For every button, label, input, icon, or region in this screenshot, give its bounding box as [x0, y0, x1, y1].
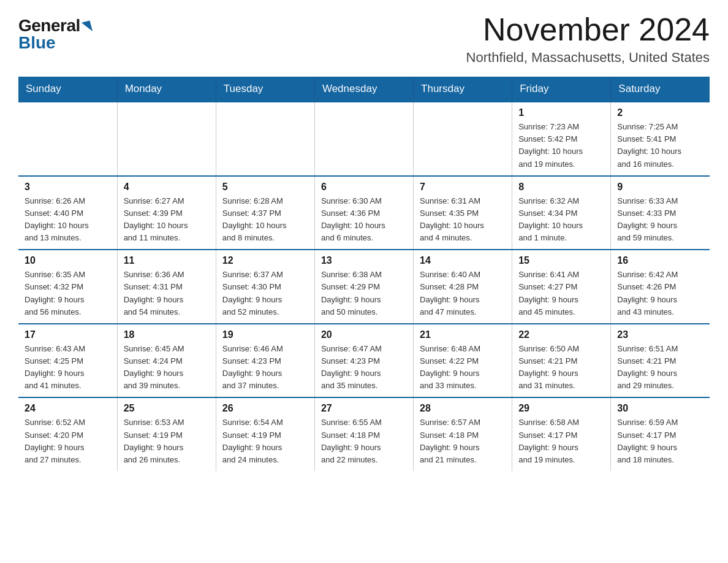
day-info: Sunrise: 6:37 AM Sunset: 4:30 PM Dayligh… — [222, 269, 308, 318]
day-info: Sunrise: 6:45 AM Sunset: 4:24 PM Dayligh… — [124, 343, 210, 393]
day-number: 12 — [222, 255, 308, 266]
day-number: 27 — [321, 403, 407, 414]
day-info: Sunrise: 6:28 AM Sunset: 4:37 PM Dayligh… — [222, 195, 308, 245]
day-number: 14 — [420, 255, 506, 266]
logo-triangle-icon — [82, 20, 93, 33]
day-info: Sunrise: 6:47 AM Sunset: 4:23 PM Dayligh… — [321, 343, 407, 393]
calendar-table: SundayMondayTuesdayWednesdayThursdayFrid… — [18, 77, 710, 471]
week-row-2: 3Sunrise: 6:26 AM Sunset: 4:40 PM Daylig… — [18, 176, 710, 250]
day-number: 18 — [124, 329, 210, 340]
day-number: 7 — [420, 182, 506, 193]
day-number: 30 — [617, 403, 703, 414]
day-number: 2 — [617, 107, 703, 118]
week-row-1: 1Sunrise: 7:23 AM Sunset: 5:42 PM Daylig… — [18, 102, 710, 176]
day-info: Sunrise: 6:58 AM Sunset: 4:17 PM Dayligh… — [518, 416, 604, 466]
day-number: 24 — [25, 403, 111, 414]
day-cell: 2Sunrise: 7:25 AM Sunset: 5:41 PM Daylig… — [611, 102, 710, 176]
day-info: Sunrise: 6:36 AM Sunset: 4:31 PM Dayligh… — [124, 269, 210, 318]
day-number: 23 — [617, 329, 703, 340]
day-cell: 29Sunrise: 6:58 AM Sunset: 4:17 PM Dayli… — [512, 397, 611, 471]
day-cell: 28Sunrise: 6:57 AM Sunset: 4:18 PM Dayli… — [414, 397, 512, 471]
day-header-saturday: Saturday — [611, 77, 710, 102]
day-cell — [314, 102, 413, 176]
day-number: 4 — [124, 182, 210, 193]
day-cell: 13Sunrise: 6:38 AM Sunset: 4:29 PM Dayli… — [314, 250, 413, 324]
day-info: Sunrise: 6:32 AM Sunset: 4:34 PM Dayligh… — [518, 195, 604, 245]
day-cell: 22Sunrise: 6:50 AM Sunset: 4:21 PM Dayli… — [512, 324, 611, 398]
day-info: Sunrise: 7:23 AM Sunset: 5:42 PM Dayligh… — [518, 121, 604, 170]
day-cell: 19Sunrise: 6:46 AM Sunset: 4:23 PM Dayli… — [216, 324, 314, 398]
week-row-5: 24Sunrise: 6:52 AM Sunset: 4:20 PM Dayli… — [18, 397, 710, 471]
day-number: 13 — [321, 255, 407, 266]
day-cell — [18, 102, 117, 176]
day-info: Sunrise: 6:50 AM Sunset: 4:21 PM Dayligh… — [518, 343, 604, 393]
day-cell: 14Sunrise: 6:40 AM Sunset: 4:28 PM Dayli… — [414, 250, 512, 324]
day-cell: 10Sunrise: 6:35 AM Sunset: 4:32 PM Dayli… — [18, 250, 117, 324]
day-cell: 1Sunrise: 7:23 AM Sunset: 5:42 PM Daylig… — [512, 102, 611, 176]
day-info: Sunrise: 6:26 AM Sunset: 4:40 PM Dayligh… — [25, 195, 111, 245]
day-info: Sunrise: 6:43 AM Sunset: 4:25 PM Dayligh… — [25, 343, 111, 393]
day-number: 22 — [518, 329, 604, 340]
day-header-wednesday: Wednesday — [314, 77, 413, 102]
day-cell — [117, 102, 216, 176]
day-number: 28 — [420, 403, 506, 414]
day-cell: 23Sunrise: 6:51 AM Sunset: 4:21 PM Dayli… — [611, 324, 710, 398]
day-cell: 8Sunrise: 6:32 AM Sunset: 4:34 PM Daylig… — [512, 176, 611, 250]
day-info: Sunrise: 6:46 AM Sunset: 4:23 PM Dayligh… — [222, 343, 308, 393]
day-cell: 9Sunrise: 6:33 AM Sunset: 4:33 PM Daylig… — [611, 176, 710, 250]
day-header-thursday: Thursday — [414, 77, 512, 102]
day-cell — [414, 102, 512, 176]
day-info: Sunrise: 6:52 AM Sunset: 4:20 PM Dayligh… — [25, 416, 111, 466]
day-cell — [216, 102, 314, 176]
logo-general-text: General — [18, 17, 80, 34]
day-header-row: SundayMondayTuesdayWednesdayThursdayFrid… — [18, 77, 710, 102]
day-header-tuesday: Tuesday — [216, 77, 314, 102]
day-cell: 24Sunrise: 6:52 AM Sunset: 4:20 PM Dayli… — [18, 397, 117, 471]
day-number: 15 — [518, 255, 604, 266]
day-cell: 11Sunrise: 6:36 AM Sunset: 4:31 PM Dayli… — [117, 250, 216, 324]
logo-blue-text: Blue — [18, 34, 56, 52]
day-number: 17 — [25, 329, 111, 340]
day-info: Sunrise: 6:54 AM Sunset: 4:19 PM Dayligh… — [222, 416, 308, 466]
day-cell: 12Sunrise: 6:37 AM Sunset: 4:30 PM Dayli… — [216, 250, 314, 324]
day-number: 8 — [518, 182, 604, 193]
month-title: November 2024 — [466, 12, 710, 47]
day-number: 29 — [518, 403, 604, 414]
day-number: 1 — [518, 107, 604, 118]
day-number: 10 — [25, 255, 111, 266]
day-number: 16 — [617, 255, 703, 266]
day-cell: 21Sunrise: 6:48 AM Sunset: 4:22 PM Dayli… — [414, 324, 512, 398]
day-info: Sunrise: 6:35 AM Sunset: 4:32 PM Dayligh… — [25, 269, 111, 318]
day-info: Sunrise: 6:59 AM Sunset: 4:17 PM Dayligh… — [617, 416, 703, 466]
day-info: Sunrise: 6:41 AM Sunset: 4:27 PM Dayligh… — [518, 269, 604, 318]
day-cell: 5Sunrise: 6:28 AM Sunset: 4:37 PM Daylig… — [216, 176, 314, 250]
day-cell: 25Sunrise: 6:53 AM Sunset: 4:19 PM Dayli… — [117, 397, 216, 471]
day-number: 26 — [222, 403, 308, 414]
day-cell: 20Sunrise: 6:47 AM Sunset: 4:23 PM Dayli… — [314, 324, 413, 398]
day-cell: 30Sunrise: 6:59 AM Sunset: 4:17 PM Dayli… — [611, 397, 710, 471]
day-header-sunday: Sunday — [18, 77, 117, 102]
logo: General Blue — [18, 17, 91, 52]
week-row-3: 10Sunrise: 6:35 AM Sunset: 4:32 PM Dayli… — [18, 250, 710, 324]
day-cell: 16Sunrise: 6:42 AM Sunset: 4:26 PM Dayli… — [611, 250, 710, 324]
week-row-4: 17Sunrise: 6:43 AM Sunset: 4:25 PM Dayli… — [18, 324, 710, 398]
day-info: Sunrise: 6:31 AM Sunset: 4:35 PM Dayligh… — [420, 195, 506, 245]
day-cell: 26Sunrise: 6:54 AM Sunset: 4:19 PM Dayli… — [216, 397, 314, 471]
day-cell: 27Sunrise: 6:55 AM Sunset: 4:18 PM Dayli… — [314, 397, 413, 471]
day-info: Sunrise: 6:33 AM Sunset: 4:33 PM Dayligh… — [617, 195, 703, 245]
location-title: Northfield, Massachusetts, United States — [466, 50, 710, 66]
day-cell: 15Sunrise: 6:41 AM Sunset: 4:27 PM Dayli… — [512, 250, 611, 324]
day-cell: 3Sunrise: 6:26 AM Sunset: 4:40 PM Daylig… — [18, 176, 117, 250]
header: General Blue November 2024 Northfield, M… — [18, 12, 710, 66]
day-number: 5 — [222, 182, 308, 193]
day-number: 3 — [25, 182, 111, 193]
day-header-monday: Monday — [117, 77, 216, 102]
day-info: Sunrise: 6:38 AM Sunset: 4:29 PM Dayligh… — [321, 269, 407, 318]
day-cell: 18Sunrise: 6:45 AM Sunset: 4:24 PM Dayli… — [117, 324, 216, 398]
day-number: 6 — [321, 182, 407, 193]
day-info: Sunrise: 6:40 AM Sunset: 4:28 PM Dayligh… — [420, 269, 506, 318]
day-cell: 17Sunrise: 6:43 AM Sunset: 4:25 PM Dayli… — [18, 324, 117, 398]
day-info: Sunrise: 6:51 AM Sunset: 4:21 PM Dayligh… — [617, 343, 703, 393]
day-info: Sunrise: 6:53 AM Sunset: 4:19 PM Dayligh… — [124, 416, 210, 466]
title-area: November 2024 Northfield, Massachusetts,… — [466, 12, 710, 66]
